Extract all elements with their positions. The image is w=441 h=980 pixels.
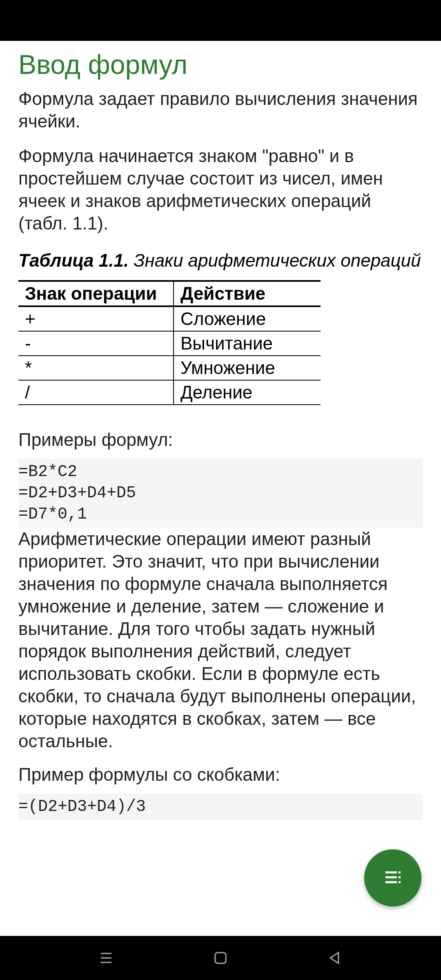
table-row: / Деление (18, 380, 321, 405)
table-caption: Таблица 1.1. Знаки арифметических операц… (18, 249, 423, 272)
svg-rect-9 (215, 953, 226, 963)
table-row: + Сложение (18, 306, 321, 331)
svg-rect-1 (385, 876, 397, 878)
page-heading: Ввод формул (18, 49, 423, 80)
table-row: - Вычитание (18, 331, 321, 356)
table-header-row: Знак операции Действие (18, 281, 321, 306)
table-number: Таблица 1.1. (18, 250, 129, 270)
document-content: Ввод формул Формула задает правило вычис… (0, 41, 441, 936)
table-cell: - (18, 331, 174, 356)
table-title: Знаки арифметических операций (129, 250, 421, 270)
priority-paragraph: Арифметические операции имеют разный при… (18, 528, 423, 752)
code-example-2: =(D2+D3+D4)/3 (18, 794, 423, 820)
table-cell: Вычитание (174, 331, 321, 356)
table-cell: + (18, 306, 174, 331)
table-cell: Сложение (174, 306, 321, 331)
examples-label: Примеры формул: (18, 430, 423, 450)
table-cell: Умножение (174, 356, 321, 380)
example2-label: Пример формулы со скобками: (18, 764, 423, 785)
svg-rect-5 (399, 881, 401, 883)
intro-paragraph-1: Формула задает правило вычисления значен… (18, 87, 423, 132)
svg-rect-3 (399, 871, 401, 873)
navigation-bar (0, 936, 441, 980)
table-header-sign: Знак операции (18, 281, 174, 306)
code-example-1: =B2*C2 =D2+D3+D4+D5 =D7*0,1 (18, 459, 423, 528)
table-cell: * (18, 356, 174, 380)
status-bar (0, 0, 441, 41)
list-icon (383, 867, 403, 889)
operations-table: Знак операции Действие + Сложение - Вычи… (18, 280, 321, 405)
toc-fab-button[interactable] (364, 849, 421, 906)
table-header-action: Действие (174, 281, 321, 306)
svg-rect-0 (385, 871, 397, 873)
intro-paragraph-2: Формула начинается знаком "равно" и в пр… (18, 145, 423, 234)
svg-rect-4 (399, 876, 401, 878)
table-row: * Умножение (18, 356, 321, 380)
table-cell: Деление (174, 380, 321, 405)
back-button[interactable] (323, 946, 347, 970)
home-button[interactable] (208, 946, 233, 970)
svg-rect-2 (385, 881, 397, 883)
table-cell: / (18, 380, 174, 405)
recent-apps-button[interactable] (94, 946, 118, 970)
